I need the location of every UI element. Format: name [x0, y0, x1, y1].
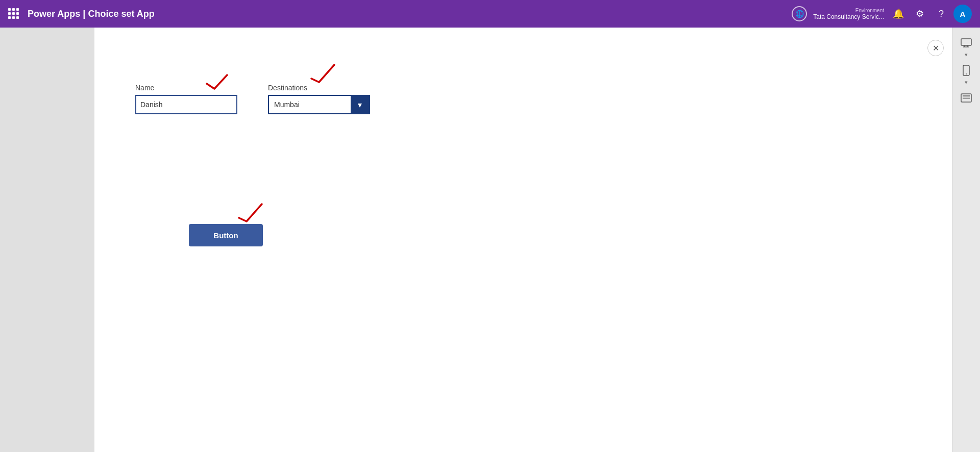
- grid-icon[interactable]: [8, 8, 19, 19]
- avatar[interactable]: A: [953, 5, 972, 23]
- main-layout: ✕ Name Destinations: [0, 28, 980, 452]
- button-label: Button: [213, 231, 238, 240]
- help-button[interactable]: ?: [932, 5, 950, 23]
- monitor-chevron-down[interactable]: ▾: [957, 50, 975, 59]
- left-panel: [0, 28, 94, 452]
- environment-info: Environment Tata Consultancy Servic...: [813, 8, 884, 20]
- header-right: 🌐 Environment Tata Consultancy Servic...…: [792, 0, 980, 28]
- destinations-checkmark: [304, 61, 339, 84]
- gear-icon: ⚙: [916, 8, 924, 19]
- button-checkmark: [231, 200, 267, 223]
- form-row: Name Destinations Mumbai: [135, 84, 370, 114]
- canvas-area: ✕ Name Destinations: [94, 28, 952, 452]
- destinations-value: Mumbai: [269, 96, 351, 113]
- environment-name: Tata Consultancy Servic...: [813, 13, 884, 20]
- right-panel: ▾ ▾: [952, 28, 980, 452]
- tablet-icon[interactable]: [957, 91, 975, 105]
- submit-button[interactable]: Button: [189, 224, 263, 246]
- mobile-icon[interactable]: [957, 63, 975, 78]
- environment-icon: 🌐: [792, 6, 807, 21]
- mobile-chevron-down[interactable]: ▾: [957, 78, 975, 87]
- destinations-label: Destinations: [268, 84, 370, 92]
- name-label: Name: [135, 84, 237, 92]
- close-icon: ✕: [933, 43, 939, 53]
- settings-button[interactable]: ⚙: [911, 5, 929, 23]
- environment-label: Environment: [855, 8, 884, 13]
- app-title: Power Apps | Choice set App: [28, 9, 155, 19]
- notifications-button[interactable]: 🔔: [889, 5, 908, 23]
- form-area: Name Destinations Mumbai: [135, 84, 370, 114]
- destinations-dropdown[interactable]: Mumbai: [268, 95, 370, 114]
- header: Power Apps | Choice set App 🌐 Environmen…: [0, 0, 980, 28]
- help-icon: ?: [939, 9, 944, 19]
- mobile-icon-group: ▾: [957, 63, 975, 87]
- name-input[interactable]: [135, 95, 237, 114]
- header-left: Power Apps | Choice set App: [8, 8, 155, 19]
- monitor-icon-group: ▾: [957, 36, 975, 59]
- destinations-field-group: Destinations Mumbai: [268, 84, 370, 114]
- bell-icon: 🔔: [893, 8, 904, 19]
- svg-rect-0: [961, 39, 971, 45]
- close-button[interactable]: ✕: [927, 40, 944, 56]
- svg-point-5: [966, 73, 967, 74]
- name-field-group: Name: [135, 84, 237, 114]
- tablet-icon-group: [957, 91, 975, 105]
- svg-rect-6: [961, 94, 971, 102]
- monitor-icon[interactable]: [957, 36, 975, 50]
- dropdown-arrow-button[interactable]: [351, 96, 369, 113]
